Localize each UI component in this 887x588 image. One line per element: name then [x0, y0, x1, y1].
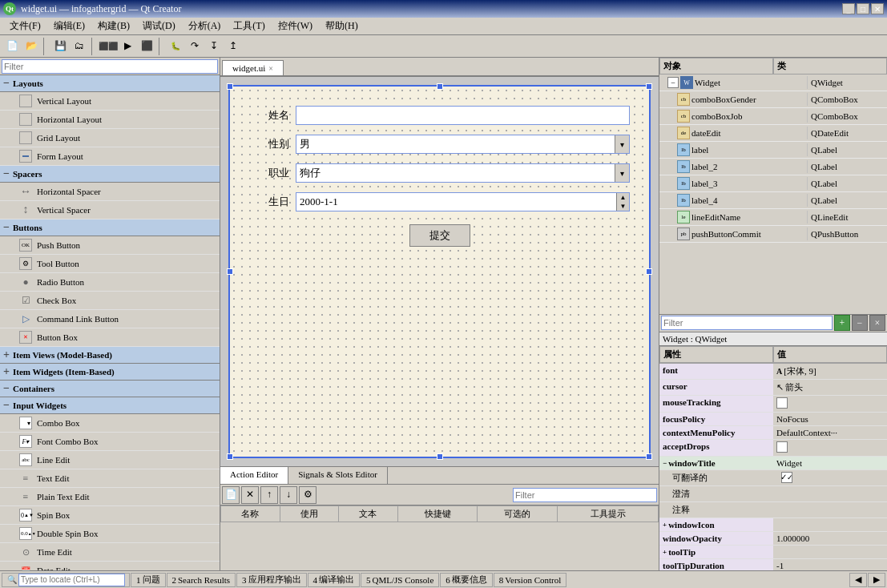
obj-row-lineedit[interactable]: le lineEditName QLineEdit [659, 209, 887, 226]
status-search-input[interactable] [18, 574, 125, 586]
spin-up-btn[interactable]: ▲ [616, 193, 629, 202]
tb-save[interactable]: 💾 [51, 38, 69, 55]
action-preview-btn[interactable]: ⚙ [299, 486, 316, 504]
status-version-control[interactable]: 8 Version Control [494, 573, 566, 587]
action-up-btn[interactable]: ↑ [260, 486, 278, 504]
resize-handle-tr[interactable] [646, 83, 652, 90]
widget-text-edit[interactable]: ≡ Text Edit [0, 469, 220, 488]
minimize-button[interactable]: _ [842, 3, 855, 14]
widget-vertical-layout[interactable]: Vertical Layout [0, 92, 220, 111]
resize-handle-left[interactable] [227, 268, 233, 275]
obj-row-combogender[interactable]: cb comboBoxGender QComboBox [659, 91, 887, 108]
tb-stop[interactable]: ⬛ [138, 38, 155, 55]
widget-form-layout[interactable]: Form Layout [0, 147, 220, 166]
resize-handle-bottom[interactable] [437, 453, 443, 460]
expand-widget[interactable]: − [667, 77, 679, 88]
menu-debug[interactable]: 调试(D) [136, 18, 182, 34]
tooltip-expand[interactable]: + [663, 548, 667, 556]
widget-horizontal-spacer[interactable]: ↔ Horizontal Spacer [0, 183, 220, 201]
category-input-widgets[interactable]: − Input Widgets [0, 397, 220, 414]
status-app-output[interactable]: 3 应用程序输出 [236, 573, 307, 587]
menu-build[interactable]: 构建(B) [91, 18, 136, 34]
maximize-button[interactable]: □ [857, 3, 869, 14]
widget-spin-box[interactable]: 0▲▼ Spin Box [0, 506, 220, 525]
widget-push-button[interactable]: OK Push Button [0, 236, 220, 255]
tab-signals-slots[interactable]: Signals & Slots Editor [288, 467, 388, 484]
resize-handle-tl[interactable] [227, 83, 233, 90]
resize-handle-top[interactable] [437, 83, 443, 90]
mousetracking-checkbox[interactable] [776, 397, 788, 409]
tb-save-all[interactable]: 🗂 [71, 38, 88, 55]
widget-tool-button[interactable]: ⚙ Tool Button [0, 255, 220, 273]
status-overview[interactable]: 6 概要信息 [440, 573, 493, 587]
widget-time-edit[interactable]: ⊙ Time Edit [0, 543, 220, 562]
status-compile-output[interactable]: 4 编译输出 [308, 573, 361, 587]
tb-step-out[interactable]: ↥ [224, 38, 242, 55]
close-button[interactable]: ✕ [871, 3, 884, 14]
widget-date-edit[interactable]: 📅 Date Edit [0, 562, 220, 570]
spin-down-btn[interactable]: ▼ [616, 202, 629, 211]
windowicon-expand[interactable]: + [663, 521, 667, 529]
category-containers[interactable]: − Containers [0, 381, 220, 397]
spin-birthday[interactable]: 2000-1-1 ▲ ▼ [296, 192, 630, 211]
status-search-results[interactable]: 2 Search Results [167, 573, 236, 587]
widget-plain-text-edit[interactable]: ≡ Plain Text Edit [0, 488, 220, 506]
category-layouts[interactable]: − Layouts [0, 75, 220, 92]
obj-row-label4[interactable]: lb label_4 QLabel [659, 192, 887, 209]
widget-command-link-button[interactable]: ▷ Command Link Button [0, 310, 220, 328]
category-item-views[interactable]: + Item Views (Model-Based) [0, 347, 220, 364]
property-filter-input[interactable] [661, 316, 833, 330]
obj-row-widget[interactable]: − W Widget QWidget [659, 75, 887, 91]
combo-gender[interactable]: 男 ▾ [296, 135, 630, 154]
menu-analyze[interactable]: 分析(A) [182, 18, 228, 34]
status-arrow-right[interactable]: ▶ [868, 573, 885, 587]
widget-button-box[interactable]: ✕ Button Box [0, 328, 220, 347]
category-item-widgets[interactable]: + Item Widgets (Item-Based) [0, 364, 220, 381]
menu-help[interactable]: 帮助(H) [319, 18, 365, 34]
category-spacers[interactable]: − Spacers [0, 166, 220, 183]
tb-step-in[interactable]: ↧ [205, 38, 223, 55]
tb-run[interactable]: ▶ [119, 38, 136, 55]
obj-row-label[interactable]: lb label QLabel [659, 142, 887, 159]
combo-job[interactable]: 狗仔 ▾ [296, 163, 630, 183]
combo-gender-arrow[interactable]: ▾ [615, 135, 629, 153]
action-new-btn[interactable]: 📄 [222, 486, 240, 504]
menu-file[interactable]: 文件(F) [3, 18, 47, 34]
tab-close-button[interactable]: × [268, 64, 273, 73]
tab-action-editor[interactable]: Action Editor [220, 467, 288, 484]
action-delete-btn[interactable]: ✕ [241, 486, 259, 504]
widget-grid-layout[interactable]: Grid Layout [0, 129, 220, 147]
acceptdrops-checkbox[interactable] [776, 441, 788, 453]
widget-filter-input[interactable] [2, 59, 218, 74]
widget-font-combo-box[interactable]: F▾ Font Combo Box [0, 433, 220, 451]
widget-check-box[interactable]: ☑ Check Box [0, 292, 220, 310]
menu-widgets[interactable]: 控件(W) [272, 18, 319, 34]
action-filter-input[interactable] [513, 488, 657, 502]
translatable-checkbox[interactable]: ✓ [781, 472, 792, 483]
tb-open[interactable]: 📂 [22, 38, 40, 55]
obj-row-dateedit[interactable]: de dateEdit QDateEdit [659, 125, 887, 142]
tb-new[interactable]: 📄 [3, 38, 21, 55]
menu-tools[interactable]: 工具(T) [227, 18, 271, 34]
category-buttons[interactable]: − Buttons [0, 219, 220, 236]
status-qml-console[interactable]: 5 QML/JS Console [361, 573, 439, 587]
widget-radio-button[interactable]: ● Radio Button [0, 273, 220, 292]
property-x-btn[interactable]: × [869, 315, 885, 331]
property-minus-btn[interactable]: − [852, 315, 868, 331]
widget-combo-box[interactable]: ▾ Combo Box [0, 414, 220, 433]
tb-build[interactable]: ⬛⬛ [99, 38, 117, 55]
resize-handle-bl[interactable] [227, 453, 233, 460]
obj-row-combojob[interactable]: cb comboBoxJob QComboBox [659, 108, 887, 125]
widget-horizontal-layout[interactable]: Horizontal Layout [0, 111, 220, 129]
windowtitle-expand[interactable]: − [663, 459, 667, 467]
obj-row-pushbutton[interactable]: pb pushButtonCommit QPushButton [659, 226, 887, 243]
action-down-btn[interactable]: ↓ [280, 486, 297, 504]
widget-line-edit[interactable]: abc Line Edit [0, 451, 220, 469]
obj-row-label2[interactable]: lb label_2 QLabel [659, 159, 887, 175]
tab-widget-ui[interactable]: widget.ui × [222, 60, 284, 75]
widget-double-spin-box[interactable]: 0.0▲▼ Double Spin Box [0, 525, 220, 543]
menu-edit[interactable]: 编辑(E) [47, 18, 91, 34]
input-name[interactable] [296, 106, 630, 125]
widget-vertical-spacer[interactable]: ↕ Vertical Spacer [0, 201, 220, 219]
resize-handle-br[interactable] [646, 453, 652, 460]
